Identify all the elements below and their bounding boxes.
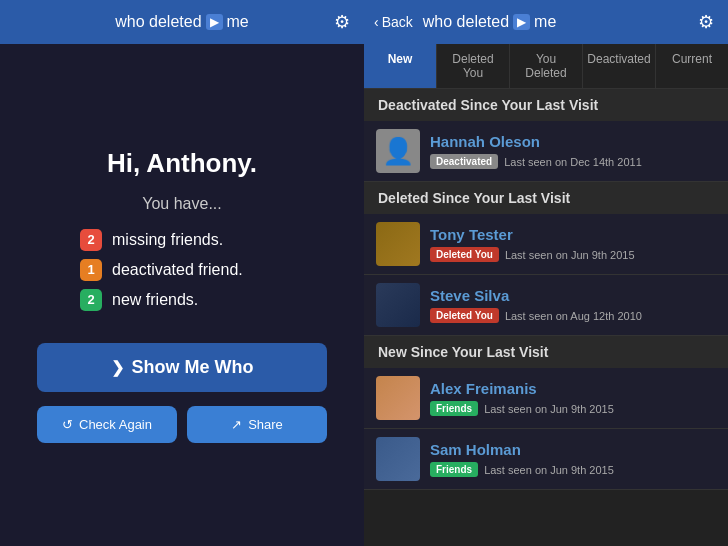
last-seen-tony: Last seen on Jun 9th 2015 [505, 249, 635, 261]
tab-current[interactable]: Current [656, 44, 728, 88]
refresh-icon: ↺ [62, 417, 73, 432]
status-alex: Friends [430, 401, 478, 416]
back-label: Back [382, 14, 413, 30]
right-gear-icon[interactable]: ⚙ [698, 11, 714, 33]
title-part2: me [227, 13, 249, 31]
show-me-who-button[interactable]: ❯ Show Me Who [37, 343, 327, 392]
avatar-tony [376, 222, 420, 266]
back-button[interactable]: ‹ Back [374, 14, 413, 30]
status-tony: Deleted You [430, 247, 499, 262]
person-info-tony: Tony Tester Deleted You Last seen on Jun… [430, 226, 635, 262]
section-deleted-header: Deleted Since Your Last Visit [364, 182, 728, 214]
label-new: new friends. [112, 291, 198, 309]
right-panel: ‹ Back who deleted ▶ me ⚙ New Deleted Yo… [364, 0, 728, 546]
last-seen-alex: Last seen on Jun 9th 2015 [484, 403, 614, 415]
person-placeholder-icon: 👤 [382, 136, 414, 167]
person-sam: Sam Holman Friends Last seen on Jun 9th … [364, 429, 728, 490]
label-missing: missing friends. [112, 231, 223, 249]
person-steve: Steve Silva Deleted You Last seen on Aug… [364, 275, 728, 336]
avatar-hannah: 👤 [376, 129, 420, 173]
name-tony: Tony Tester [430, 226, 635, 243]
tab-deactivated[interactable]: Deactivated [583, 44, 656, 88]
share-label: Share [248, 417, 283, 432]
right-header: ‹ Back who deleted ▶ me ⚙ [364, 0, 728, 44]
person-hannah: 👤 Hannah Oleson Deactivated Last seen on… [364, 121, 728, 182]
meta-alex: Friends Last seen on Jun 9th 2015 [430, 401, 614, 416]
person-alex: Alex Freimanis Friends Last seen on Jun … [364, 368, 728, 429]
show-me-label: Show Me Who [132, 357, 254, 378]
stats-list: 2 missing friends. 1 deactivated friend.… [80, 229, 243, 311]
last-seen-steve: Last seen on Aug 12th 2010 [505, 310, 642, 322]
avatar-sam [376, 437, 420, 481]
bottom-buttons: ↺ Check Again ↗ Share [37, 406, 327, 443]
title-part1: who deleted [115, 13, 201, 31]
title-arrow: ▶ [206, 14, 223, 30]
person-info-hannah: Hannah Oleson Deactivated Last seen on D… [430, 133, 642, 169]
tab-bar: New Deleted You You Deleted Deactivated … [364, 44, 728, 89]
right-title-part1: who deleted [423, 13, 509, 31]
tab-new[interactable]: New [364, 44, 437, 88]
stat-missing: 2 missing friends. [80, 229, 243, 251]
label-deactivated: deactivated friend. [112, 261, 243, 279]
share-icon: ↗ [231, 417, 242, 432]
person-info-steve: Steve Silva Deleted You Last seen on Aug… [430, 287, 642, 323]
meta-sam: Friends Last seen on Jun 9th 2015 [430, 462, 614, 477]
check-again-label: Check Again [79, 417, 152, 432]
app-title-right: who deleted ▶ me [423, 13, 557, 31]
check-again-button[interactable]: ↺ Check Again [37, 406, 177, 443]
person-tony: Tony Tester Deleted You Last seen on Jun… [364, 214, 728, 275]
tab-deleted-you[interactable]: Deleted You [437, 44, 510, 88]
status-hannah: Deactivated [430, 154, 498, 169]
stat-new: 2 new friends. [80, 289, 243, 311]
right-content: Deactivated Since Your Last Visit 👤 Hann… [364, 89, 728, 546]
badge-new: 2 [80, 289, 102, 311]
tab-you-deleted[interactable]: You Deleted [510, 44, 583, 88]
last-seen-hannah: Last seen on Dec 14th 2011 [504, 156, 642, 168]
person-info-alex: Alex Freimanis Friends Last seen on Jun … [430, 380, 614, 416]
person-info-sam: Sam Holman Friends Last seen on Jun 9th … [430, 441, 614, 477]
name-steve: Steve Silva [430, 287, 642, 304]
right-title-arrow: ▶ [513, 14, 530, 30]
greeting-text: Hi, Anthony. [107, 148, 257, 179]
section-deactivated-header: Deactivated Since Your Last Visit [364, 89, 728, 121]
name-sam: Sam Holman [430, 441, 614, 458]
badge-deactivated: 1 [80, 259, 102, 281]
name-alex: Alex Freimanis [430, 380, 614, 397]
share-button[interactable]: ↗ Share [187, 406, 327, 443]
meta-hannah: Deactivated Last seen on Dec 14th 2011 [430, 154, 642, 169]
gear-icon[interactable]: ⚙ [334, 11, 350, 33]
meta-tony: Deleted You Last seen on Jun 9th 2015 [430, 247, 635, 262]
badge-missing: 2 [80, 229, 102, 251]
left-panel: who deleted ▶ me ⚙ Hi, Anthony. You have… [0, 0, 364, 546]
stat-deactivated: 1 deactivated friend. [80, 259, 243, 281]
section-new-header: New Since Your Last Visit [364, 336, 728, 368]
avatar-steve [376, 283, 420, 327]
left-content: Hi, Anthony. You have... 2 missing frien… [0, 44, 364, 546]
name-hannah: Hannah Oleson [430, 133, 642, 150]
meta-steve: Deleted You Last seen on Aug 12th 2010 [430, 308, 642, 323]
app-title-left: who deleted ▶ me [115, 13, 249, 31]
status-steve: Deleted You [430, 308, 499, 323]
you-have-text: You have... [142, 195, 221, 213]
status-sam: Friends [430, 462, 478, 477]
chevron-icon: ❯ [111, 358, 124, 377]
last-seen-sam: Last seen on Jun 9th 2015 [484, 464, 614, 476]
avatar-alex [376, 376, 420, 420]
left-header: who deleted ▶ me ⚙ [0, 0, 364, 44]
right-title-part2: me [534, 13, 556, 31]
back-chevron-icon: ‹ [374, 14, 379, 30]
